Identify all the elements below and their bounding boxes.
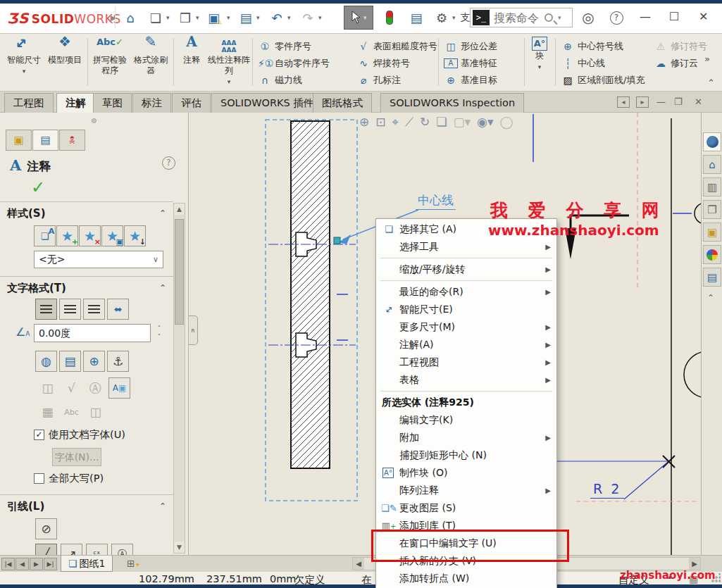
menu-make-block[interactable]: A°制作块 (O) bbox=[376, 464, 556, 482]
options-dropdown[interactable]: ▾ bbox=[452, 14, 456, 21]
panel-splitter-dot[interactable] bbox=[92, 118, 97, 123]
scroll-down-arrow[interactable]: ▼ bbox=[174, 542, 185, 553]
pane-right-button[interactable]: ▸ bbox=[636, 96, 649, 108]
first-sheet-button[interactable]: |◀ bbox=[1, 558, 15, 570]
minimize-button[interactable]: — bbox=[640, 10, 651, 23]
insert-table-button[interactable]: ▦ bbox=[37, 401, 58, 423]
new-document-button[interactable]: ❏ bbox=[147, 8, 165, 27]
menu-more-dimensions[interactable]: 更多尺寸(M)▶ bbox=[376, 318, 556, 336]
magnetic-line-button[interactable]: ∩磁力线 bbox=[258, 72, 302, 89]
format-painter-button[interactable]: ✎格式涂刷器 bbox=[131, 37, 170, 89]
open-dropdown[interactable]: ▾ bbox=[196, 14, 199, 21]
align-left-button[interactable] bbox=[35, 299, 57, 320]
style-collapse-chevron[interactable]: ⌃ bbox=[159, 208, 166, 218]
centerline-note-label[interactable]: 中心线 bbox=[416, 192, 456, 210]
leader-drag-handle[interactable] bbox=[334, 237, 340, 244]
align-center-button[interactable] bbox=[59, 299, 81, 320]
insert-datum-button[interactable]: Ⓐ bbox=[85, 377, 106, 399]
menu-snap-to-rectangle-center[interactable]: 捕捉到矩形中心 (N) bbox=[376, 446, 556, 464]
scroll-right-arrow[interactable]: ▶ bbox=[689, 558, 700, 570]
use-document-font-checkbox[interactable]: ✓使用文档字体(U) bbox=[34, 428, 125, 442]
display-style-icon[interactable]: ▢▾ bbox=[453, 115, 471, 129]
text-format-section-header[interactable]: 文字格式(T) bbox=[7, 282, 66, 295]
area-hatch-button[interactable]: ▨区域剖面线/填充 bbox=[561, 72, 645, 89]
make-rectangle-button[interactable]: A▣ bbox=[108, 377, 130, 399]
panel-flyout-tab[interactable]: ʀ bbox=[189, 315, 198, 345]
tab-drawing[interactable]: 工程图 bbox=[4, 93, 54, 113]
panel-scrollbar[interactable]: ▲ ▼ bbox=[173, 203, 185, 553]
scrollbar-thumb[interactable] bbox=[175, 219, 184, 325]
insert-surface-finish-button[interactable]: √ bbox=[61, 377, 82, 399]
menu-tables[interactable]: 表格▶ bbox=[376, 371, 556, 389]
appearances-tab[interactable] bbox=[703, 245, 721, 264]
new-document-dropdown[interactable]: ▾ bbox=[166, 14, 170, 21]
menu-selection-tools[interactable]: 选择工具▶ bbox=[376, 238, 556, 256]
revision-cloud-button[interactable]: ☁修订云 bbox=[654, 55, 698, 72]
datum-feature-button[interactable]: A基准特征 bbox=[444, 55, 497, 72]
print-dropdown[interactable]: ▾ bbox=[256, 14, 260, 21]
property-manager-tab[interactable]: ▤ bbox=[32, 130, 58, 151]
menu-add-jog-point[interactable]: 添加转折点 (W) bbox=[376, 570, 556, 587]
close-button[interactable]: ✕ bbox=[699, 10, 708, 23]
next-sheet-button[interactable]: ▶ bbox=[30, 558, 43, 570]
auto-balloon-button[interactable]: ⚡①自动零件序号 bbox=[258, 55, 330, 72]
menu-annotations[interactable]: 注解(A)▶ bbox=[376, 336, 556, 354]
style-delete-button[interactable]: ★× bbox=[79, 225, 101, 246]
home-tab[interactable]: ⌂ bbox=[703, 155, 721, 174]
menu-change-layer[interactable]: ❏✎更改图层 (S) bbox=[376, 499, 556, 517]
menu-edit-text[interactable]: 编辑文字(K) bbox=[376, 411, 556, 429]
scroll-up-arrow[interactable]: ▲ bbox=[174, 204, 185, 215]
doc-minimize-icon[interactable]: — bbox=[656, 96, 666, 107]
style-add-button[interactable]: ★+ bbox=[56, 225, 78, 246]
centerline-button[interactable]: ┆中心线 bbox=[561, 55, 605, 72]
style-dropdown[interactable]: <无>∨ bbox=[34, 251, 163, 268]
smart-dimension-button[interactable]: ↔智能尺寸▾ bbox=[4, 37, 44, 89]
geometric-tolerance-button[interactable]: ◫形位公差 bbox=[444, 38, 497, 55]
spell-checker-button[interactable]: Abc✓拼写检验程序 bbox=[90, 37, 130, 89]
blocks-button[interactable]: A°块▾ bbox=[527, 37, 552, 89]
style-section-header[interactable]: 样式(S) bbox=[7, 207, 46, 220]
weld-symbol-button[interactable]: ∿焊接符号 bbox=[356, 55, 410, 72]
tab-annotation[interactable]: 注解 bbox=[56, 93, 95, 113]
justify-button[interactable]: ⬌ bbox=[107, 299, 129, 320]
search-input[interactable] bbox=[494, 11, 544, 25]
linear-note-pattern-button[interactable]: AAAAAA线性注释阵列▾ bbox=[207, 37, 251, 89]
hide-show-items-icon[interactable]: ◉▾ bbox=[477, 115, 493, 129]
all-caps-checkbox[interactable]: 全部大写(P) bbox=[34, 472, 104, 485]
balloon-button[interactable]: ①零件序号 bbox=[258, 38, 311, 55]
undo-dropdown[interactable]: ▾ bbox=[287, 14, 291, 21]
menu-zoom-pan-rotate[interactable]: 缩放/平移/旋转▶ bbox=[376, 261, 556, 278]
ribbon-overflow-chevron[interactable]: » bbox=[704, 54, 710, 64]
surface-finish-button[interactable]: √表面粗糙度符号 bbox=[356, 38, 437, 55]
ribbon-collapse-chevron[interactable]: ⌃ bbox=[707, 77, 715, 88]
pane-left-button[interactable]: ◂ bbox=[617, 96, 630, 108]
ok-checkmark-button[interactable]: ✓ bbox=[31, 177, 45, 197]
sheet-tab-1[interactable]: ❏图纸1 bbox=[61, 556, 113, 572]
leader-collapse-chevron[interactable]: ⌃ bbox=[159, 501, 166, 511]
last-sheet-button[interactable]: ▶| bbox=[44, 558, 57, 570]
tab-sketch[interactable]: 草图 bbox=[93, 93, 132, 113]
home-button[interactable]: ⌂ bbox=[121, 8, 139, 27]
angle-input[interactable]: 0.00度 bbox=[34, 324, 151, 342]
model-items-button[interactable]: ❖模型项目 bbox=[45, 37, 85, 89]
insert-hyperlink-button[interactable]: ◍ bbox=[35, 351, 57, 372]
redo-dropdown[interactable]: ▾ bbox=[318, 14, 322, 21]
search-icon[interactable] bbox=[544, 13, 553, 22]
add-symbol-button[interactable]: ⊕ bbox=[83, 351, 105, 372]
section-view-icon[interactable]: ⟋ bbox=[405, 115, 413, 129]
revision-symbol-button[interactable]: ⚠修订符号 bbox=[654, 38, 707, 55]
zoom-previous-icon[interactable]: ⌖ bbox=[392, 115, 399, 129]
menu-drawing-views[interactable]: 工程视图▶ bbox=[376, 354, 556, 371]
spell-link-button[interactable]: Abc bbox=[61, 401, 82, 423]
hole-callout-button[interactable]: ⌀孔标注 bbox=[356, 72, 401, 89]
angle-spinner[interactable]: ˄˅ bbox=[154, 324, 165, 342]
zoom-area-icon[interactable]: ⊡ bbox=[375, 115, 385, 129]
previous-sheet-button[interactable]: ◀ bbox=[15, 558, 29, 570]
tab-evaluate[interactable]: 评估 bbox=[172, 93, 211, 113]
radius-dimension-label[interactable]: R 2 bbox=[590, 481, 624, 499]
font-button[interactable]: 字体(N)... bbox=[52, 448, 101, 466]
options-gear-button[interactable]: ⚙ bbox=[432, 8, 451, 27]
text-format-collapse-chevron[interactable]: ⌃ bbox=[159, 283, 166, 293]
select-tool-dropdown[interactable]: ▾ bbox=[363, 14, 367, 21]
command-search[interactable]: >_ ▾ bbox=[470, 8, 573, 27]
